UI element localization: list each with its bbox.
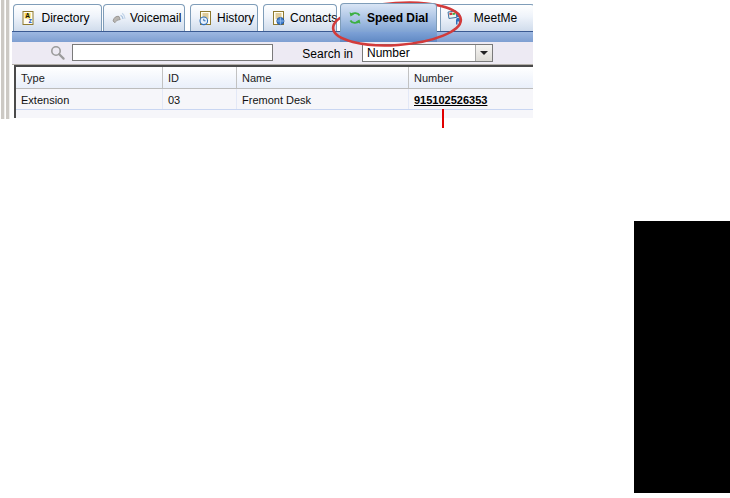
search-in-dropdown[interactable]: Number bbox=[362, 44, 493, 62]
svg-text:z: z bbox=[29, 17, 33, 24]
tab-label: Voicemail bbox=[126, 11, 185, 25]
tab-directory[interactable]: A z Directory bbox=[13, 4, 102, 31]
speed-dial-icon bbox=[347, 10, 363, 26]
search-input[interactable] bbox=[72, 44, 273, 61]
number-link[interactable]: 915102526353 bbox=[414, 94, 487, 106]
tab-label: History bbox=[213, 11, 258, 25]
column-header-id[interactable]: ID bbox=[163, 67, 237, 88]
tab-meetme[interactable]: MeetMe bbox=[440, 4, 533, 31]
directory-icon: A z bbox=[20, 10, 36, 26]
tab-label: Speed Dial bbox=[363, 11, 432, 25]
table-row[interactable]: Extension 03 Fremont Desk 915102526353 bbox=[16, 89, 533, 110]
tab-strip-band-selected-segment bbox=[340, 32, 437, 42]
column-header-number[interactable]: Number bbox=[409, 67, 533, 88]
history-icon bbox=[197, 10, 213, 26]
contacts-icon bbox=[270, 10, 286, 26]
callout-line-annotation bbox=[442, 109, 444, 128]
dropdown-arrow-button[interactable] bbox=[475, 45, 492, 61]
phone-client-panel: A z Directory Voicemail History bbox=[10, 0, 533, 118]
tab-label: Contacts bbox=[286, 11, 341, 25]
search-in-label: Search in bbox=[288, 47, 353, 61]
cell-id: 03 bbox=[163, 89, 237, 109]
voicemail-icon bbox=[110, 10, 126, 26]
cell-name: Fremont Desk bbox=[237, 89, 409, 109]
cell-type: Extension bbox=[16, 89, 163, 109]
speed-dial-table: Type ID Name Number Extension 03 Fremont… bbox=[14, 65, 533, 118]
tab-strip-band bbox=[12, 31, 533, 42]
column-header-type[interactable]: Type bbox=[16, 67, 163, 88]
tab-label: MeetMe bbox=[463, 11, 528, 25]
tab-label: Directory bbox=[36, 11, 95, 25]
search-in-selected-value: Number bbox=[363, 45, 475, 61]
tab-speed-dial[interactable]: Speed Dial bbox=[340, 3, 437, 32]
column-header-name[interactable]: Name bbox=[237, 67, 409, 88]
tab-voicemail[interactable]: Voicemail bbox=[103, 4, 185, 31]
window-edge-line bbox=[1, 0, 5, 119]
meetme-icon bbox=[447, 10, 463, 26]
redaction-block bbox=[634, 221, 730, 493]
chevron-down-icon bbox=[480, 51, 488, 55]
tab-history[interactable]: History bbox=[190, 4, 258, 31]
magnifier-icon bbox=[50, 45, 66, 61]
cell-number: 915102526353 bbox=[409, 89, 533, 109]
table-header-row: Type ID Name Number bbox=[16, 67, 533, 89]
empty-table-row bbox=[16, 110, 533, 118]
tab-contacts[interactable]: Contacts bbox=[263, 4, 337, 31]
